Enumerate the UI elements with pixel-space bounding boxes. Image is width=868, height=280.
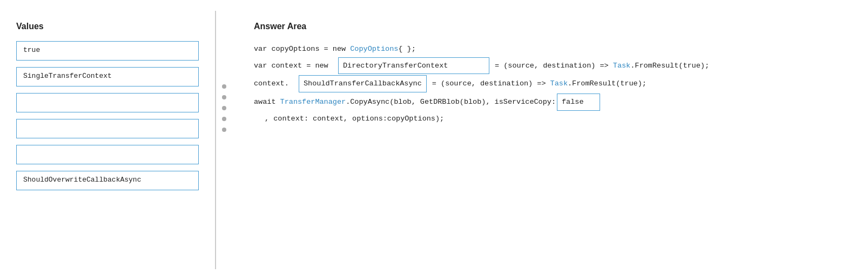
line4-await: await xyxy=(254,95,280,109)
value-empty-2[interactable] xyxy=(16,119,199,138)
line3-middle: = (source, destination) => xyxy=(428,77,550,91)
line4-suffix1: .CopyAsync(blob, GetDRBlob(blob), isServ… xyxy=(346,95,556,109)
value-empty-1[interactable] xyxy=(16,93,199,112)
line2-suffix: .FromResult(true); xyxy=(630,59,709,73)
code-line-4: await TransferManager .CopyAsync(blob, G… xyxy=(254,94,846,111)
values-panel: Values true SingleTransferContext Should… xyxy=(0,11,216,269)
line2-prefix: var context = new xyxy=(254,59,337,73)
drag-handle-area xyxy=(216,11,232,269)
value-should-overwrite[interactable]: ShouldOverwriteCallbackAsync xyxy=(16,171,199,190)
line3-task: Task xyxy=(550,77,568,91)
code-line-1: var copyOptions = new CopyOptions { }; xyxy=(254,42,846,56)
line1-suffix: { }; xyxy=(398,42,415,56)
answer-area-title: Answer Area xyxy=(254,22,846,31)
code-line-2: var context = new DirectoryTransferConte… xyxy=(254,57,846,75)
line3-prefix: context. xyxy=(254,77,298,91)
drag-dot-5 xyxy=(222,128,226,132)
code-line-5: , context: context, options:copyOptions)… xyxy=(254,112,846,126)
dropbox-should-transfer-callback[interactable]: ShouldTransferCallbackAsync xyxy=(299,75,427,92)
drag-dot-4 xyxy=(222,117,226,121)
line5-text: , context: context, options:copyOptions)… xyxy=(254,112,444,126)
dropbox-false[interactable]: false xyxy=(557,94,600,111)
drag-dot-2 xyxy=(222,95,226,99)
line3-suffix: .FromResult(true); xyxy=(568,77,647,91)
line1-prefix: var copyOptions = new xyxy=(254,42,350,56)
drag-dot-1 xyxy=(222,84,226,89)
value-single-transfer-context[interactable]: SingleTransferContext xyxy=(16,67,199,86)
value-empty-3[interactable] xyxy=(16,145,199,164)
line2-middle: = (source, destination) => xyxy=(490,59,613,73)
code-line-3: context. ShouldTransferCallbackAsync = (… xyxy=(254,75,846,92)
line1-classname: CopyOptions xyxy=(350,42,398,56)
line2-task: Task xyxy=(613,59,630,73)
dropbox-directory-transfer-context[interactable]: DirectoryTransferContext xyxy=(338,57,489,75)
value-true[interactable]: true xyxy=(16,41,199,61)
line4-manager: TransferManager xyxy=(280,95,346,109)
drag-dot-3 xyxy=(222,106,226,110)
answer-area-panel: Answer Area var copyOptions = new CopyOp… xyxy=(232,11,868,269)
code-area: var copyOptions = new CopyOptions { }; v… xyxy=(254,42,846,125)
values-title: Values xyxy=(16,22,199,31)
